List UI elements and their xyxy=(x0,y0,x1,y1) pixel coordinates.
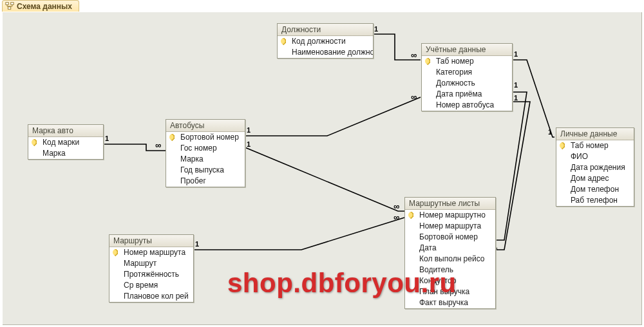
field[interactable]: Таб номер xyxy=(422,56,512,67)
card-many: ∞ xyxy=(411,92,417,102)
table-marshr-listy[interactable]: Маршрутные листы Номер маршрутно Номер м… xyxy=(404,197,496,309)
card-many: ∞ xyxy=(393,201,399,211)
field[interactable]: Бортовой номер xyxy=(405,232,495,243)
field[interactable]: Факт выручка xyxy=(405,297,495,308)
card-one: 1 xyxy=(514,81,518,89)
card-one: 1 xyxy=(374,25,378,33)
field[interactable]: Ср время xyxy=(109,280,193,291)
relationship-lines xyxy=(2,12,642,325)
field[interactable]: Марка xyxy=(28,148,103,159)
svg-rect-1 xyxy=(11,3,14,5)
schema-icon xyxy=(5,1,14,10)
field[interactable]: Код марки xyxy=(28,137,103,148)
field[interactable]: Дом телефон xyxy=(556,184,634,195)
diagram-canvas[interactable]: 1 ∞ 1 ∞ 1 ∞ 1 1 1 ∞ 1 ∞ 1 ∞ 1 ∞ Марка ав… xyxy=(2,12,642,325)
table-marka-avto[interactable]: Марка авто Код марки Марка xyxy=(28,124,104,160)
field[interactable]: Кол выполн рейсо xyxy=(405,254,495,265)
field[interactable]: Маршрут xyxy=(109,258,193,269)
card-many: ∞ xyxy=(411,50,417,60)
field[interactable]: Протяжённость xyxy=(109,269,193,280)
table-lichnye[interactable]: Личные данные Таб номер ФИО Дата рождени… xyxy=(556,127,634,207)
field[interactable]: ФИО xyxy=(556,151,634,162)
card-one: 1 xyxy=(195,240,199,248)
tab-data-schema[interactable]: Схема данных xyxy=(2,0,79,12)
field[interactable]: Дата xyxy=(405,243,495,254)
field[interactable]: Гос номер xyxy=(166,143,245,154)
table-title: Должности xyxy=(278,24,373,36)
field[interactable]: Год выпуска xyxy=(166,165,245,176)
card-many: ∞ xyxy=(155,140,161,150)
table-title: Учётные данные xyxy=(422,44,512,56)
field[interactable]: Дом адрес xyxy=(556,173,634,184)
field[interactable]: Марка xyxy=(166,154,245,165)
table-title: Маршрутные листы xyxy=(405,198,495,210)
field[interactable]: Категория xyxy=(422,67,512,78)
table-dolzhnosti[interactable]: Должности Код должности Наименование дол… xyxy=(277,23,374,59)
table-title: Личные данные xyxy=(556,128,634,140)
table-title: Марка авто xyxy=(28,125,103,137)
tab-title: Схема данных xyxy=(17,2,72,11)
field[interactable]: Кондуктор xyxy=(405,276,495,286)
card-one: 1 xyxy=(247,140,251,148)
field[interactable]: Номер автобуса xyxy=(422,100,512,111)
field[interactable]: Бортовой номер xyxy=(166,132,245,143)
field[interactable]: Плановое кол рей xyxy=(109,291,193,302)
card-one: 1 xyxy=(105,135,109,142)
field[interactable]: Код должности xyxy=(278,36,373,47)
field[interactable]: Дата рождения xyxy=(556,162,634,173)
table-uchet[interactable]: Учётные данные Таб номер Категория Должн… xyxy=(421,43,513,111)
field[interactable]: Пробег xyxy=(166,176,245,187)
svg-rect-2 xyxy=(8,7,10,10)
card-one: 1 xyxy=(514,94,518,102)
field[interactable]: План выручка xyxy=(405,286,495,297)
field[interactable]: Таб номер xyxy=(556,140,634,151)
table-title: Маршруты xyxy=(109,235,193,247)
table-title: Автобусы xyxy=(166,120,245,132)
card-one: 1 xyxy=(514,50,518,58)
field[interactable]: Водитель xyxy=(405,265,495,276)
svg-rect-0 xyxy=(6,3,8,5)
field[interactable]: Должность xyxy=(422,78,512,89)
field[interactable]: Номер маршрута xyxy=(405,221,495,232)
field[interactable]: Раб телефон xyxy=(556,195,634,206)
field[interactable]: Наименование должно xyxy=(278,47,373,58)
field[interactable]: Номер маршрутно xyxy=(405,210,495,221)
field[interactable]: Номер маршрута xyxy=(109,247,193,258)
table-avtobusy[interactable]: Автобусы Бортовой номер Гос номер Марка … xyxy=(166,119,245,187)
card-one: 1 xyxy=(247,126,251,134)
field[interactable]: Дата приёма xyxy=(422,89,512,100)
card-many: ∞ xyxy=(393,212,399,222)
table-marshruty[interactable]: Маршруты Номер маршрута Маршрут Протяжён… xyxy=(109,234,194,303)
card-one: 1 xyxy=(548,128,552,136)
